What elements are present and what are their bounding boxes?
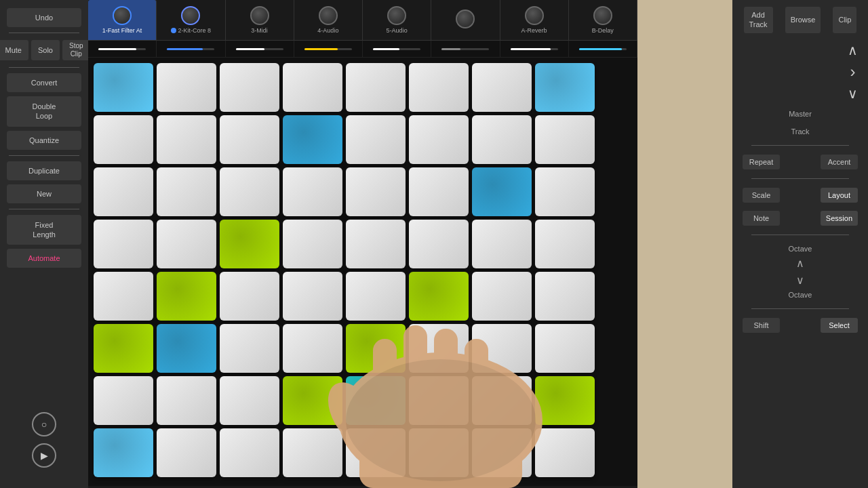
automate-button[interactable]: Automate — [7, 249, 81, 268]
select-button[interactable]: Select — [821, 318, 858, 333]
track-tab-B[interactable]: B-Delay — [569, 0, 637, 40]
duplicate-button[interactable]: Duplicate — [7, 161, 81, 180]
octave-down-button[interactable]: ∨ — [796, 274, 804, 287]
pad-3-2[interactable] — [220, 220, 279, 268]
pad-3-4[interactable] — [346, 220, 406, 268]
pad-0-0[interactable] — [94, 63, 153, 112]
pad-7-0[interactable] — [94, 428, 153, 477]
vol-slot-5[interactable] — [363, 41, 431, 57]
track-tab-A[interactable]: A-Reverb — [500, 0, 569, 40]
knob-2[interactable] — [181, 6, 200, 25]
layout-button[interactable]: Layout — [821, 188, 858, 203]
repeat-button[interactable]: Repeat — [743, 155, 780, 169]
pad-5-0[interactable] — [94, 324, 153, 373]
pad-0-5[interactable] — [409, 63, 469, 112]
knob-4[interactable] — [319, 6, 338, 25]
knob-6[interactable] — [456, 9, 475, 28]
pad-1-6[interactable] — [472, 115, 532, 164]
pad-6-4[interactable] — [346, 376, 406, 425]
pad-6-0[interactable] — [94, 376, 153, 425]
nav-up-button[interactable]: ∧ — [844, 41, 861, 60]
pad-5-7[interactable] — [535, 324, 595, 373]
scale-button[interactable]: Scale — [743, 188, 780, 203]
pad-2-4[interactable] — [346, 167, 406, 216]
pad-0-6[interactable] — [472, 63, 532, 112]
pad-0-4[interactable] — [346, 63, 406, 112]
pad-1-1[interactable] — [157, 115, 216, 164]
knob-1[interactable] — [113, 6, 132, 25]
pad-4-3[interactable] — [283, 272, 342, 321]
play-button[interactable]: ▶ — [32, 443, 56, 468]
pad-2-6[interactable] — [472, 167, 532, 216]
pad-4-1[interactable] — [157, 272, 216, 321]
pad-7-5[interactable] — [409, 428, 469, 477]
pad-6-2[interactable] — [220, 376, 279, 425]
undo-button[interactable]: Undo — [7, 8, 81, 27]
octave-up-button[interactable]: ∧ — [796, 257, 804, 270]
track-tab-4[interactable]: 4-Audio — [294, 0, 363, 40]
pad-5-4[interactable] — [346, 324, 406, 373]
fixed-length-button[interactable]: FixedLength — [7, 215, 81, 245]
pad-3-3[interactable] — [283, 220, 342, 268]
vol-slot-2[interactable] — [157, 41, 225, 57]
pad-7-4[interactable] — [346, 428, 406, 477]
note-button[interactable]: Note — [743, 211, 780, 226]
pad-2-7[interactable] — [535, 167, 595, 216]
nav-down-button[interactable]: ∨ — [844, 84, 861, 103]
accent-button[interactable]: Accent — [821, 155, 858, 169]
pad-4-5[interactable] — [409, 272, 469, 321]
quantize-button[interactable]: Quantize — [7, 131, 81, 150]
pad-6-7[interactable] — [535, 376, 595, 425]
nav-right-button[interactable]: › — [847, 61, 859, 83]
browse-button[interactable]: Browse — [785, 7, 821, 33]
pad-2-1[interactable] — [157, 167, 216, 216]
solo-button[interactable]: Solo — [31, 40, 60, 60]
shift-button[interactable]: Shift — [743, 318, 780, 333]
pad-4-4[interactable] — [346, 272, 406, 321]
pad-2-2[interactable] — [220, 167, 279, 216]
pad-1-7[interactable] — [535, 115, 595, 164]
pad-7-3[interactable] — [283, 428, 342, 477]
track-tab-2[interactable]: 2-Kit-Core 8 — [157, 0, 225, 40]
pad-5-2[interactable] — [220, 324, 279, 373]
pad-7-7[interactable] — [535, 428, 595, 477]
add-track-button[interactable]: AddTrack — [744, 7, 773, 33]
knob-3[interactable] — [250, 6, 269, 25]
pad-2-3[interactable] — [283, 167, 342, 216]
vol-slot-A[interactable] — [500, 41, 569, 57]
pad-6-1[interactable] — [157, 376, 216, 425]
pad-6-6[interactable] — [472, 376, 532, 425]
record-button[interactable]: ○ — [32, 412, 56, 436]
pad-3-1[interactable] — [157, 220, 216, 268]
clip-button[interactable]: Clip — [833, 7, 856, 33]
vol-slot-4[interactable] — [294, 41, 363, 57]
stop-clip-button[interactable]: StopClip — [62, 40, 90, 60]
pad-5-1[interactable] — [157, 324, 216, 373]
pad-4-7[interactable] — [535, 272, 595, 321]
vol-slot-3[interactable] — [226, 41, 294, 57]
pad-5-3[interactable] — [283, 324, 342, 373]
double-loop-button[interactable]: DoubleLoop — [7, 96, 81, 127]
track-tab-1[interactable]: 1-Fast Filter At — [88, 0, 157, 40]
pad-6-3[interactable] — [283, 376, 342, 425]
pad-1-4[interactable] — [346, 115, 406, 164]
track-tab-3[interactable]: 3-Midi — [226, 0, 294, 40]
vol-slot-1[interactable] — [88, 41, 157, 57]
pad-2-0[interactable] — [94, 167, 153, 216]
mute-button[interactable]: Mute — [0, 40, 28, 60]
pad-3-6[interactable] — [472, 220, 532, 268]
pad-0-7[interactable] — [535, 63, 595, 112]
pad-4-2[interactable] — [220, 272, 279, 321]
track-tab-5[interactable]: 5-Audio — [363, 0, 431, 40]
pad-3-0[interactable] — [94, 220, 153, 268]
pad-0-1[interactable] — [157, 63, 216, 112]
pad-1-2[interactable] — [220, 115, 279, 164]
pad-5-5[interactable] — [409, 324, 469, 373]
pad-1-5[interactable] — [409, 115, 469, 164]
knob-B[interactable] — [593, 6, 612, 25]
session-button[interactable]: Session — [821, 211, 858, 226]
pad-1-0[interactable] — [94, 115, 153, 164]
track-tab-6[interactable] — [431, 0, 500, 40]
pad-3-7[interactable] — [535, 220, 595, 268]
pad-2-5[interactable] — [409, 167, 469, 216]
